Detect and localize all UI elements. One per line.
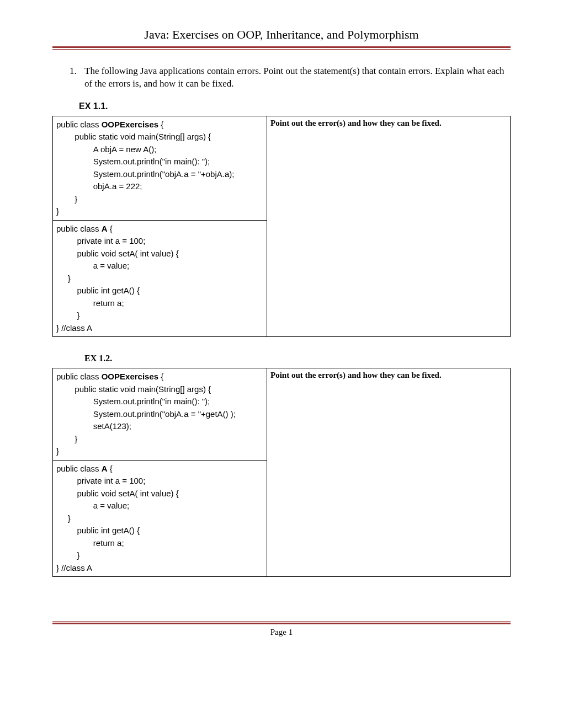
code-text: public class — [56, 120, 102, 129]
table-row: public class OOPExercises { public stati… — [53, 116, 511, 220]
exercise-label-1-1: EX 1.1. — [79, 101, 511, 111]
code-cell-upper: public class OOPExercises { public stati… — [53, 368, 267, 461]
exercise-label-1-2: EX 1.2. — [84, 354, 511, 363]
code-class-name: OOPExercises — [102, 372, 158, 381]
code-text: public class — [56, 372, 102, 381]
code-text: { public static void main(String[] args)… — [56, 120, 234, 216]
code-cell-upper: public class OOPExercises { public stati… — [53, 116, 267, 220]
question-list: The following Java applications contain … — [52, 65, 511, 90]
code-cell-lower: public class A { private int a = 100; pu… — [53, 220, 267, 337]
footer-label: Page — [270, 628, 289, 636]
question-item: The following Java applications contain … — [79, 65, 511, 90]
exercise-table-1-1: public class OOPExercises { public stati… — [52, 116, 511, 338]
table-row: public class OOPExercises { public stati… — [53, 368, 511, 461]
page-title: Java: Exercises on OOP, Inheritance, and… — [52, 28, 511, 46]
header-rule — [52, 46, 511, 50]
code-class-name: A — [102, 464, 108, 473]
exercise-table-1-2: public class OOPExercises { public stati… — [52, 368, 511, 577]
code-text: public class — [56, 224, 102, 233]
code-class-name: A — [102, 224, 108, 233]
code-text: { private int a = 100; public void setA(… — [56, 464, 179, 572]
code-class-name: OOPExercises — [102, 120, 158, 129]
footer-rule — [52, 621, 511, 624]
code-text: { public static void main(String[] args)… — [56, 372, 236, 456]
question-text: The following Java applications contain … — [84, 66, 504, 89]
code-text: { private int a = 100; public void setA(… — [56, 224, 179, 333]
code-text: public class — [56, 464, 102, 473]
page-number: Page 1 — [52, 628, 511, 637]
answer-cell: Point out the error(s) and how they can … — [267, 116, 511, 337]
footer-number: 1 — [289, 628, 293, 636]
code-cell-lower: public class A { private int a = 100; pu… — [53, 460, 267, 577]
answer-cell: Point out the error(s) and how they can … — [267, 368, 511, 577]
